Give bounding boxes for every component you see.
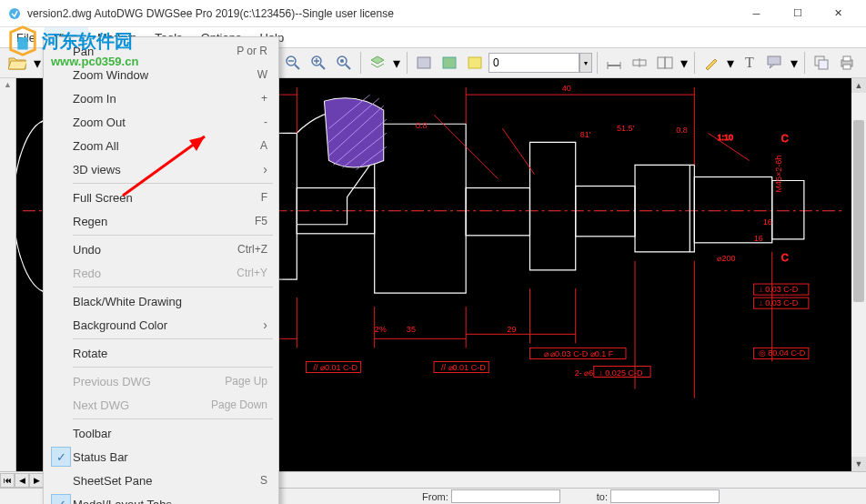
- status-to-input[interactable]: [610, 489, 720, 503]
- layers-button[interactable]: [366, 51, 389, 75]
- close-button[interactable]: ✕: [818, 0, 859, 26]
- pen-dropdown[interactable]: ▾: [725, 51, 736, 75]
- measure-button[interactable]: [602, 51, 626, 75]
- compare-dropdown[interactable]: ▾: [679, 51, 690, 75]
- zoom-all-button[interactable]: [332, 51, 356, 75]
- svg-line-5: [320, 65, 325, 69]
- print-button[interactable]: [835, 51, 859, 75]
- svg-text:16: 16: [763, 217, 772, 227]
- svg-rect-11: [418, 57, 430, 68]
- svg-text:⟂ 0.03 C-D: ⟂ 0.03 C-D: [759, 285, 799, 294]
- zoom-out-button[interactable]: [281, 51, 305, 75]
- separator: [407, 52, 408, 74]
- separator: [360, 52, 361, 74]
- svg-text:35: 35: [407, 325, 416, 334]
- svg-rect-21: [768, 56, 780, 65]
- menu-item-model-layout-tabs[interactable]: ✓Model/Layout Tabs: [45, 492, 277, 504]
- tab-first-button[interactable]: ⏮: [0, 473, 15, 488]
- menu-item-previous-dwg: Previous DWGPage Up: [45, 369, 277, 393]
- status-from-input[interactable]: [451, 489, 560, 503]
- menu-item-zoom-all[interactable]: Zoom AllA: [45, 134, 277, 157]
- value-input[interactable]: ▾: [488, 53, 592, 73]
- svg-text:M45×2-6h: M45×2-6h: [774, 156, 783, 193]
- callout-button[interactable]: [763, 51, 787, 75]
- svg-text:⌀ ⌀0.03 C-D ⌀0.1 F: ⌀ ⌀0.03 C-D ⌀0.1 F: [544, 349, 614, 358]
- menu-item-undo[interactable]: UndoCtrl+Z: [45, 237, 277, 261]
- app-icon: [7, 6, 22, 21]
- svg-text:C: C: [781, 252, 789, 263]
- copy-button[interactable]: [810, 51, 833, 75]
- color-green-button[interactable]: [438, 51, 461, 75]
- vertical-scrollbar[interactable]: ▲ ▼: [851, 78, 866, 471]
- menu-item-regen[interactable]: RegenF5: [45, 209, 277, 233]
- menu-item-black-white-drawing[interactable]: Black/White Drawing: [45, 289, 277, 313]
- toolbar-number-input[interactable]: [488, 53, 579, 73]
- dimension-button[interactable]: [628, 51, 651, 75]
- menu-file[interactable]: File: [7, 27, 45, 47]
- menu-item-status-bar[interactable]: ✓Status Bar: [45, 445, 277, 469]
- svg-text:C: C: [781, 133, 789, 144]
- pen-button[interactable]: [700, 51, 723, 75]
- color-yellow-button[interactable]: [463, 51, 487, 75]
- status-to: to:: [597, 489, 720, 503]
- menu-item-next-dwg: Next DWGPage Down: [45, 393, 277, 417]
- svg-rect-19: [658, 57, 665, 68]
- menu-item-full-screen[interactable]: Full ScreenF: [45, 186, 277, 209]
- svg-text:⟂ 0.03 C-D: ⟂ 0.03 C-D: [759, 298, 799, 307]
- rect-button[interactable]: [412, 51, 436, 75]
- scrollbar-thumb[interactable]: [853, 120, 864, 302]
- menu-item-zoom-out[interactable]: Zoom Out-: [45, 110, 277, 134]
- tab-prev-button[interactable]: ◀: [15, 473, 29, 488]
- svg-line-2: [295, 65, 299, 69]
- svg-text:// ⌀0.01 C-D: // ⌀0.01 C-D: [441, 363, 486, 372]
- svg-text:51.5': 51.5': [617, 124, 635, 133]
- menu-item-zoom-window[interactable]: Zoom WindowW: [45, 63, 277, 86]
- menu-item-pan[interactable]: PanP or R: [45, 39, 277, 63]
- svg-text:⌀200: ⌀200: [717, 254, 735, 263]
- combo-arrow[interactable]: ▾: [579, 53, 592, 73]
- view-dropdown-menu: PanP or RZoom WindowWZoom In+Zoom Out-Zo…: [43, 36, 279, 504]
- tab-next-button[interactable]: ▶: [29, 473, 44, 488]
- svg-point-0: [9, 8, 20, 19]
- separator: [597, 52, 598, 74]
- svg-text:0.8: 0.8: [676, 126, 688, 135]
- open-folder-button[interactable]: [5, 51, 29, 75]
- svg-rect-25: [843, 56, 851, 61]
- svg-text:29: 29: [507, 325, 516, 334]
- svg-text:// ⌀0.01 C-D: // ⌀0.01 C-D: [313, 363, 357, 372]
- svg-point-10: [340, 59, 344, 63]
- svg-text:2- ⌀6: 2- ⌀6: [575, 368, 594, 378]
- callout-dropdown[interactable]: ▾: [789, 51, 800, 75]
- layers-dropdown[interactable]: ▾: [391, 51, 402, 75]
- maximize-button[interactable]: ☐: [777, 0, 818, 26]
- menu-item-toolbar[interactable]: Toolbar: [45, 421, 277, 445]
- titlebar: version2.dwg AutoDWG DWGSee Pro 2019(c:\…: [0, 0, 866, 27]
- svg-rect-26: [843, 65, 851, 69]
- svg-text:81': 81': [580, 130, 591, 139]
- menu-item-sheetset-pane[interactable]: SheetSet PaneS: [45, 469, 277, 492]
- svg-text:16: 16: [754, 234, 763, 243]
- minimize-button[interactable]: ─: [736, 0, 777, 26]
- compare-button[interactable]: [653, 51, 677, 75]
- left-rail[interactable]: ▲: [0, 78, 16, 471]
- svg-text:40: 40: [562, 84, 571, 93]
- svg-rect-12: [443, 57, 456, 68]
- window-title: version2.dwg AutoDWG DWGSee Pro 2019(c:\…: [27, 7, 736, 20]
- zoom-in-button[interactable]: [307, 51, 330, 75]
- svg-rect-20: [665, 57, 672, 68]
- menu-item-rotate[interactable]: Rotate: [45, 341, 277, 365]
- scroll-down-button[interactable]: ▼: [851, 457, 866, 471]
- svg-text:2%: 2%: [375, 325, 387, 334]
- svg-text:0.8: 0.8: [416, 121, 428, 130]
- open-dropdown-button[interactable]: ▾: [31, 51, 44, 75]
- svg-text:◎ 80.04 C-D: ◎ 80.04 C-D: [759, 348, 806, 358]
- svg-rect-13: [468, 57, 481, 68]
- menu-item-background-color[interactable]: Background Color›: [45, 313, 277, 337]
- text-button[interactable]: T: [738, 51, 761, 75]
- svg-line-9: [346, 65, 350, 69]
- menu-item-zoom-in[interactable]: Zoom In+: [45, 86, 277, 110]
- separator: [804, 52, 805, 74]
- scroll-up-button[interactable]: ▲: [851, 78, 866, 93]
- menu-item-redo: RedoCtrl+Y: [45, 261, 277, 285]
- menu-item-3d-views[interactable]: 3D views›: [45, 157, 277, 181]
